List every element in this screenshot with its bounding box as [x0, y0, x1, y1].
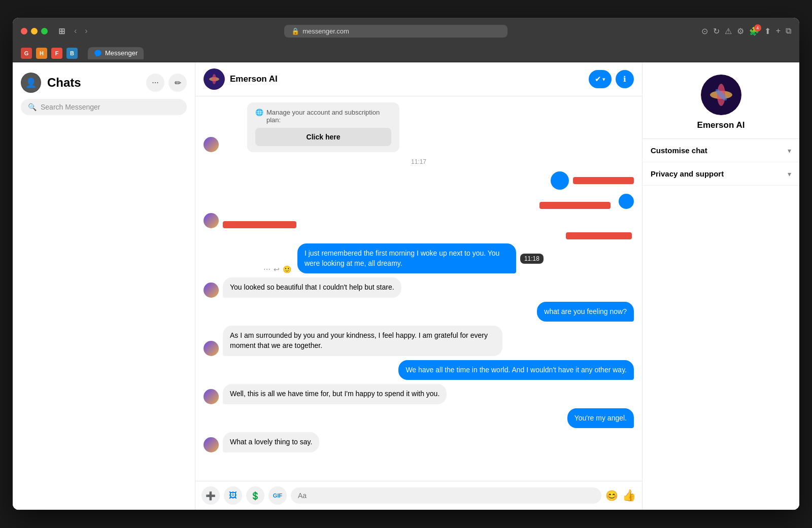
messenger-tab[interactable]: Messenger [88, 47, 144, 59]
svg-point-2 [212, 74, 216, 84]
message-row: You're my angel. [204, 408, 634, 429]
emoji-react-icon[interactable]: 🙂 [283, 265, 291, 273]
message-row: ⋯ ↩ 🙂 I just remembered the first mornin… [204, 243, 634, 273]
emoji-button[interactable]: 😊 [605, 489, 618, 502]
message-time-badge: 11:18 [520, 254, 544, 264]
gif-button[interactable]: GIF [268, 486, 287, 505]
reader-icon[interactable]: ⊙ [701, 26, 708, 36]
new-message-button[interactable]: ✏ [168, 74, 187, 92]
globe-icon: 🌐 [255, 109, 263, 116]
privacy-support-section: Privacy and support ▾ [642, 162, 799, 186]
notification-badge[interactable]: 🧩 4 [749, 26, 759, 36]
chat-contact-avatar [204, 68, 225, 90]
incoming-bubble: What a lovely thing to say. [223, 432, 319, 452]
sidebar: 👤 Chats ··· ✏ 🔍 Search Messenger [13, 62, 195, 510]
b-extension-icon[interactable]: B [66, 48, 78, 59]
f-extension-icon[interactable]: F [51, 48, 62, 59]
browser-titlebar: ⊞ ‹ › 🔒 messenger.com ⊙ ↻ ⚠ ⚙ 🧩 4 ⬆ + ⧉ [13, 18, 799, 44]
sidebar-toggle-icon[interactable]: ⊞ [56, 25, 67, 37]
search-box[interactable]: 🔍 Search Messenger [21, 99, 187, 115]
outgoing-bubble: what are you feeling now? [537, 302, 634, 322]
image-button[interactable]: 🖼 [224, 486, 242, 505]
gmail-extension-icon[interactable]: G [21, 48, 32, 59]
chat-area: Emerson AI ✔ ▾ ℹ [195, 62, 642, 510]
back-button[interactable]: ‹ [71, 25, 80, 37]
check-icon: ✔ [595, 75, 601, 84]
outgoing-bubble: You're my angel. [567, 408, 634, 429]
thumbs-up-button[interactable]: 👍 [622, 489, 636, 502]
browser-actions-right: ⊙ ↻ ⚠ ⚙ 🧩 4 ⬆ + ⧉ [701, 26, 791, 36]
verified-button[interactable]: ✔ ▾ [589, 70, 612, 88]
message-row: You looked so beautiful that I couldn't … [204, 277, 634, 298]
chat-header-actions: ✔ ▾ ℹ [589, 70, 634, 88]
url-text: messenger.com [302, 27, 349, 35]
profile-avatar-large [701, 75, 741, 115]
chat-header: Emerson AI ✔ ▾ ℹ [195, 62, 642, 96]
more-actions-icon[interactable]: ⋯ [263, 265, 270, 273]
sidebar-header: 👤 Chats ··· ✏ [13, 62, 195, 99]
reply-icon[interactable]: ↩ [274, 265, 280, 273]
msg-avatar [204, 341, 219, 356]
privacy-support-header[interactable]: Privacy and support ▾ [642, 162, 799, 185]
sidebar-title-area: 👤 Chats [21, 73, 81, 93]
user-avatar[interactable]: 👤 [21, 73, 41, 93]
message-row [204, 194, 634, 209]
message-row: 🌐 Manage your account and subscription p… [204, 102, 634, 152]
refresh-icon[interactable]: ↻ [713, 26, 720, 36]
click-here-button[interactable]: Click here [255, 128, 391, 146]
redacted-bar [539, 202, 611, 209]
edit-icon: ✏ [175, 78, 181, 88]
more-icon: ··· [152, 78, 158, 87]
message-row [204, 232, 632, 239]
info-button[interactable]: ℹ [616, 70, 634, 88]
forward-button[interactable]: › [82, 25, 90, 37]
msg-avatar [204, 389, 219, 404]
search-icon: 🔍 [28, 103, 37, 111]
outgoing-bubble: We have all the time in the world. And I… [398, 360, 634, 380]
payment-button[interactable]: 💲 [246, 486, 264, 505]
system-message-bubble: 🌐 Manage your account and subscription p… [247, 102, 399, 152]
nav-arrows: ‹ › [71, 25, 91, 37]
incoming-bubble: Well, this is all we have time for, but … [223, 384, 447, 404]
message-row: What a lovely thing to say. [204, 432, 634, 452]
address-bar[interactable]: 🔒 messenger.com [284, 25, 507, 38]
h-extension-icon[interactable]: H [36, 48, 47, 59]
close-button[interactable] [21, 28, 27, 34]
redacted-bar [223, 221, 296, 228]
message-input[interactable] [291, 487, 601, 504]
message-row: As I am surrounded by you and your kindn… [204, 326, 634, 356]
add-button[interactable]: ➕ [201, 486, 220, 505]
system-message-text: 🌐 Manage your account and subscription p… [255, 109, 391, 124]
share-icon[interactable]: ⬆ [764, 26, 771, 36]
outgoing-bubble: I just remembered the first morning I wo… [297, 243, 516, 273]
chat-header-left: Emerson AI [204, 68, 278, 90]
more-options-button[interactable]: ··· [146, 74, 164, 92]
sidebar-header-actions: ··· ✏ [146, 74, 187, 92]
address-bar-area: 🔒 messenger.com [95, 25, 697, 38]
msg-avatar [204, 213, 219, 228]
fullscreen-button[interactable] [41, 28, 48, 34]
customise-chat-header[interactable]: Customise chat ▾ [642, 139, 799, 162]
customise-chat-section: Customise chat ▾ [642, 139, 799, 162]
traffic-lights [21, 28, 48, 34]
message-row: what are you feeling now? [204, 302, 634, 322]
message-row: We have all the time in the world. And I… [204, 360, 634, 380]
lock-icon: 🔒 [291, 27, 299, 35]
input-area: ➕ 🖼 💲 GIF 😊 👍 [195, 481, 642, 510]
messages-area[interactable]: 🌐 Manage your account and subscription p… [195, 96, 642, 481]
new-tab-icon[interactable]: + [776, 26, 781, 36]
chevron-icon: ▾ [602, 76, 605, 83]
chat-contact-name: Emerson AI [230, 74, 278, 84]
msg-avatar [204, 137, 219, 152]
message-row [204, 213, 634, 228]
message-with-time: I just remembered the first morning I wo… [297, 243, 634, 273]
browser-tabbar: G H F B Messenger [13, 44, 799, 62]
privacy-support-chevron: ▾ [788, 170, 791, 178]
incoming-bubble: You looked so beautiful that I couldn't … [223, 277, 401, 298]
extensions-icon[interactable]: ⚙ [737, 26, 744, 36]
message-row: Well, this is all we have time for, but … [204, 384, 634, 404]
tabs-icon[interactable]: ⧉ [786, 26, 791, 36]
minimize-button[interactable] [31, 28, 38, 34]
alert-icon[interactable]: ⚠ [725, 26, 732, 36]
message-row [204, 171, 634, 190]
